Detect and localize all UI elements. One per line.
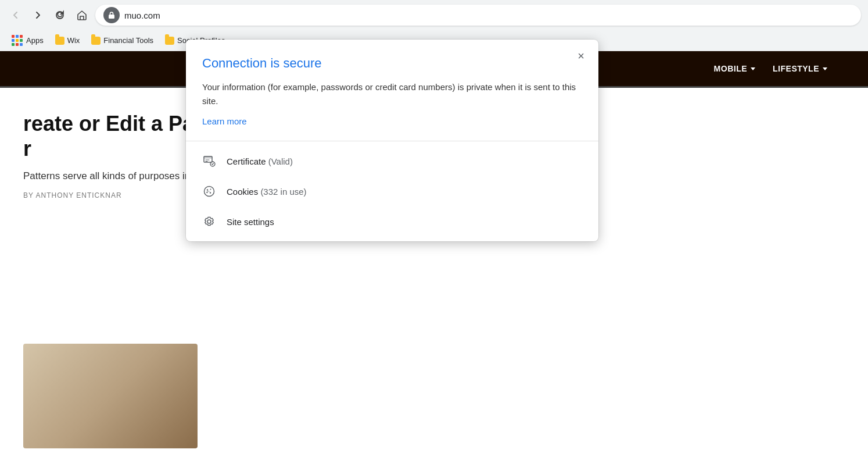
popup-body-text: Your information (for example, passwords…	[202, 80, 582, 108]
nav-lifestyle: LIFESTYLE	[773, 64, 827, 73]
bookmark-apps-label: Apps	[26, 36, 44, 45]
cookies-icon	[202, 184, 216, 198]
svg-point-8	[210, 192, 211, 193]
bookmark-wix-label: Wix	[67, 36, 80, 45]
svg-point-6	[210, 189, 211, 190]
reload-button[interactable]	[51, 6, 69, 24]
popup-menu: Certificate (Valid) Cookies (332 in u	[186, 141, 598, 241]
site-settings-label: Site settings	[227, 217, 274, 227]
bookmark-financial-tools[interactable]: Financial Tools	[87, 34, 158, 47]
forward-button[interactable]	[29, 6, 46, 24]
bookmark-apps[interactable]: Apps	[7, 33, 48, 49]
home-button[interactable]	[73, 6, 91, 24]
certificate-icon	[202, 154, 216, 168]
apps-grid-icon	[12, 35, 23, 47]
financial-tools-folder-icon	[91, 37, 101, 45]
svg-rect-0	[109, 15, 114, 19]
mobile-chevron-icon	[751, 67, 755, 70]
back-button[interactable]	[7, 6, 24, 24]
bookmark-financial-tools-label: Financial Tools	[103, 36, 153, 45]
learn-more-link[interactable]: Learn more	[202, 116, 247, 126]
lock-icon	[103, 7, 120, 23]
certificate-menu-item[interactable]: Certificate (Valid)	[186, 146, 598, 176]
svg-rect-2	[204, 156, 212, 158]
thumbnail-image	[23, 344, 198, 448]
site-settings-icon	[202, 215, 216, 229]
url-text: muo.com	[124, 10, 160, 20]
lifestyle-chevron-icon	[823, 67, 827, 70]
social-profiles-folder-icon	[165, 37, 174, 45]
article-thumbnail	[23, 344, 198, 448]
wix-folder-icon	[55, 37, 64, 45]
cookies-menu-item[interactable]: Cookies (332 in use)	[186, 176, 598, 206]
svg-point-9	[209, 191, 210, 192]
address-bar[interactable]: muo.com	[95, 5, 861, 26]
security-popup: Connection is secure Your information (f…	[186, 40, 598, 241]
cookies-label: Cookies (332 in use)	[227, 187, 307, 197]
svg-point-5	[207, 189, 208, 190]
nav-mobile: MOBILE	[714, 64, 755, 73]
site-settings-menu-item[interactable]: Site settings	[186, 206, 598, 237]
popup-top-section: Connection is secure Your information (f…	[186, 40, 598, 141]
bookmark-wix[interactable]: Wix	[51, 34, 85, 47]
popup-title: Connection is secure	[202, 56, 582, 71]
certificate-label: Certificate (Valid)	[227, 156, 293, 166]
nav-bar: muo.com	[0, 0, 868, 30]
popup-close-button[interactable]: ×	[573, 48, 589, 64]
